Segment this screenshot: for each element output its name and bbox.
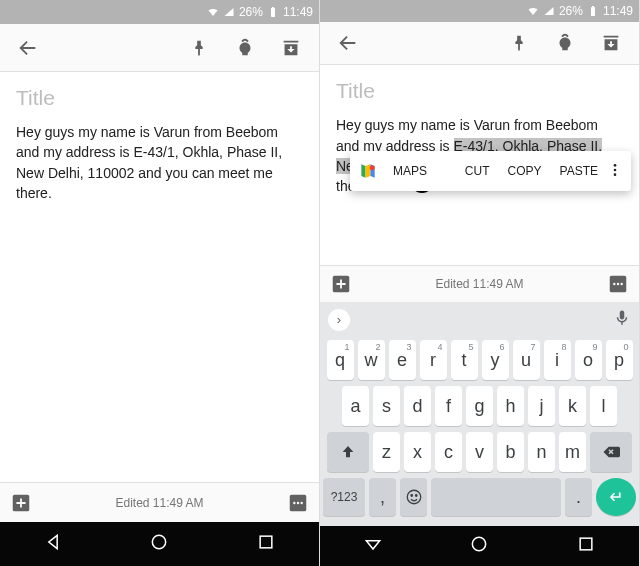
key-enter[interactable] [596, 478, 636, 516]
key-m[interactable]: m [559, 432, 586, 472]
pin-button[interactable] [499, 23, 539, 63]
mic-icon[interactable] [613, 309, 631, 331]
svg-point-2 [293, 501, 295, 503]
nav-home[interactable] [149, 532, 169, 556]
battery-text: 26% [559, 4, 583, 18]
svg-point-15 [617, 283, 619, 285]
key-p[interactable]: p0 [606, 340, 633, 380]
key-q[interactable]: q1 [327, 340, 354, 380]
battery-text: 26% [239, 5, 263, 19]
key-x[interactable]: x [404, 432, 431, 472]
key-t[interactable]: t5 [451, 340, 478, 380]
key-d[interactable]: d [404, 386, 431, 426]
context-menu: MAPS CUT COPY PASTE [350, 151, 631, 191]
key-comma[interactable]: , [369, 478, 396, 516]
key-g[interactable]: g [466, 386, 493, 426]
svg-point-20 [473, 537, 486, 550]
edited-label: Edited 11:49 AM [352, 277, 607, 291]
keyboard: q1w2e3r4t5y6u7i8o9p0 asdfghjkl zxcvbnm ?… [320, 338, 639, 526]
key-y[interactable]: y6 [482, 340, 509, 380]
svg-point-3 [297, 501, 299, 503]
key-u[interactable]: u7 [513, 340, 540, 380]
svg-rect-21 [580, 538, 592, 550]
kb-expand-icon[interactable]: › [328, 309, 350, 331]
key-b[interactable]: b [497, 432, 524, 472]
ctx-cut[interactable]: CUT [456, 164, 499, 178]
pin-button[interactable] [179, 28, 219, 68]
kb-suggestion-bar: › [320, 302, 639, 338]
status-bar: 26% 11:49 [0, 0, 319, 24]
note-editor[interactable]: Title Hey guys my name is Varun from Bee… [0, 72, 319, 482]
ctx-paste[interactable]: PASTE [551, 164, 607, 178]
key-o[interactable]: o9 [575, 340, 602, 380]
note-body[interactable]: Hey guys my name is Varun from Beebom an… [16, 122, 303, 203]
ctx-overflow[interactable] [607, 162, 627, 181]
key-r[interactable]: r4 [420, 340, 447, 380]
svg-point-14 [613, 283, 615, 285]
key-emoji[interactable] [400, 478, 427, 516]
key-j[interactable]: j [528, 386, 555, 426]
add-button[interactable] [10, 492, 32, 514]
svg-point-18 [411, 495, 413, 497]
key-period[interactable]: . [565, 478, 592, 516]
more-button[interactable] [287, 492, 309, 514]
archive-button[interactable] [591, 23, 631, 63]
svg-point-4 [300, 501, 302, 503]
nav-back[interactable] [43, 532, 63, 556]
svg-point-10 [614, 169, 617, 172]
key-symbols[interactable]: ?123 [323, 478, 365, 516]
clock-text: 11:49 [603, 4, 633, 18]
reminder-button[interactable] [545, 23, 585, 63]
ctx-maps[interactable]: MAPS [384, 164, 436, 178]
screen-right: 26% 11:49 Title Hey guys my name is Varu… [320, 0, 640, 566]
archive-button[interactable] [271, 28, 311, 68]
key-a[interactable]: a [342, 386, 369, 426]
more-button[interactable] [607, 273, 629, 295]
key-z[interactable]: z [373, 432, 400, 472]
nav-recent[interactable] [576, 534, 596, 558]
add-button[interactable] [330, 273, 352, 295]
key-s[interactable]: s [373, 386, 400, 426]
key-i[interactable]: i8 [544, 340, 571, 380]
note-editor[interactable]: Title Hey guys my name is Varun from Bee… [320, 65, 639, 265]
app-toolbar [0, 24, 319, 72]
footer-bar: Edited 11:49 AM [320, 265, 639, 301]
title-input[interactable]: Title [336, 79, 623, 103]
title-input[interactable]: Title [16, 86, 303, 110]
key-f[interactable]: f [435, 386, 462, 426]
key-c[interactable]: c [435, 432, 462, 472]
key-w[interactable]: w2 [358, 340, 385, 380]
key-space[interactable] [431, 478, 561, 516]
nav-back[interactable] [363, 534, 383, 558]
ctx-copy[interactable]: COPY [499, 164, 551, 178]
screen-left: 26% 11:49 Title Hey guys my name is Varu… [0, 0, 320, 566]
key-h[interactable]: h [497, 386, 524, 426]
clock-text: 11:49 [283, 5, 313, 19]
nav-recent[interactable] [256, 532, 276, 556]
nav-bar [320, 526, 639, 566]
back-button[interactable] [328, 23, 368, 63]
key-e[interactable]: e3 [389, 340, 416, 380]
key-l[interactable]: l [590, 386, 617, 426]
key-n[interactable]: n [528, 432, 555, 472]
key-backspace[interactable] [590, 432, 632, 472]
wifi-icon [207, 6, 219, 18]
svg-point-19 [415, 495, 417, 497]
reminder-button[interactable] [225, 28, 265, 68]
key-shift[interactable] [327, 432, 369, 472]
nav-bar [0, 522, 319, 566]
svg-point-8 [370, 166, 375, 171]
battery-icon [267, 6, 279, 18]
back-button[interactable] [8, 28, 48, 68]
edited-label: Edited 11:49 AM [32, 496, 287, 510]
status-bar: 26% 11:49 [320, 0, 639, 22]
wifi-icon [527, 5, 539, 17]
footer-bar: Edited 11:49 AM [0, 482, 319, 522]
app-toolbar [320, 22, 639, 66]
key-k[interactable]: k [559, 386, 586, 426]
svg-point-5 [153, 535, 166, 548]
key-v[interactable]: v [466, 432, 493, 472]
battery-icon [587, 5, 599, 17]
signal-icon [543, 5, 555, 17]
nav-home[interactable] [469, 534, 489, 558]
